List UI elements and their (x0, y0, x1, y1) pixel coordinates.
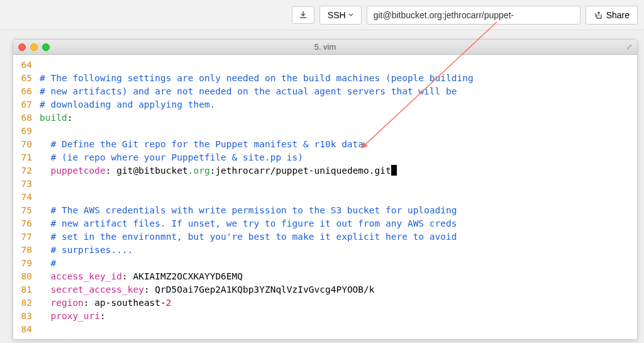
close-button[interactable] (18, 43, 26, 51)
window-titlebar[interactable]: 5. vim ⤢ (13, 40, 637, 55)
line-number: 66 (13, 85, 40, 98)
code-line: 79 # (13, 257, 637, 270)
line-number: 78 (13, 244, 40, 257)
minimize-button[interactable] (30, 43, 38, 51)
download-icon (299, 11, 308, 20)
line-number: 72 (13, 164, 40, 177)
code-text: # (40, 257, 637, 270)
code-text: # new artifact files. If unset, we try t… (40, 217, 637, 230)
code-line: 85 (13, 336, 637, 340)
code-text: # Define the Git repo for the Puppet man… (40, 138, 637, 151)
code-line: 82 region: ap-southeast-2 (13, 296, 637, 310)
code-line: 72 puppetcode: git@bitbucket.org:jethroc… (13, 164, 637, 177)
code-line: 74 (13, 191, 637, 204)
code-line: 83 proxy_uri: (13, 310, 637, 323)
code-text: # set in the environmnt, but you're best… (40, 230, 637, 244)
code-line: 71 # (ie repo where your Puppetfile & si… (13, 151, 637, 164)
line-number: 81 (13, 283, 40, 296)
code-line: 75 # The AWS credentials with write perm… (13, 204, 637, 217)
code-text: build: (40, 111, 637, 125)
code-line: 65# The following settings are only need… (13, 72, 637, 85)
code-line: 84 (13, 323, 637, 336)
code-text (40, 177, 637, 191)
code-text: access_key_id: AKIAIMZ2OCXKAYYD6EMQ (40, 270, 637, 283)
maximize-button[interactable] (42, 43, 50, 51)
line-number: 80 (13, 270, 40, 283)
code-line: 77 # set in the environmnt, but you're b… (13, 230, 637, 244)
code-line: 81 secret_access_key: QrD5Oai7Gep2A1KQbp… (13, 283, 637, 296)
code-text: # surprises.... (40, 244, 637, 257)
code-line: 80 access_key_id: AKIAIMZ2OCXKAYYD6EMQ (13, 270, 637, 283)
code-line: 70 # Define the Git repo for the Puppet … (13, 138, 637, 151)
code-text (40, 323, 637, 336)
line-number: 67 (13, 98, 40, 111)
code-text: secret_access_key: QrD5Oai7Gep2A1KQbp3YZ… (40, 283, 637, 296)
line-number: 65 (13, 72, 40, 85)
window-title: 5. vim (18, 42, 632, 52)
protocol-dropdown[interactable]: SSH (319, 6, 362, 25)
line-number: 69 (13, 125, 40, 138)
line-number: 73 (13, 177, 40, 191)
download-button[interactable] (292, 6, 314, 24)
terminal-window: 5. vim ⤢ 6465# The following settings ar… (13, 39, 638, 340)
expand-icon[interactable]: ⤢ (626, 43, 632, 51)
chevron-down-icon (348, 13, 353, 18)
code-line: 69 (13, 125, 637, 138)
line-number: 82 (13, 296, 40, 310)
line-number: 71 (13, 151, 40, 164)
line-number: 84 (13, 323, 40, 336)
cursor (391, 165, 397, 176)
traffic-lights (18, 43, 50, 51)
code-line: 66# new artifacts) and are not needed on… (13, 85, 637, 98)
code-text: proxy_uri: (40, 310, 637, 323)
protocol-label: SSH (328, 10, 346, 20)
line-number: 75 (13, 204, 40, 217)
code-text: region: ap-southeast-2 (40, 296, 637, 310)
top-toolbar: SSH Share (0, 0, 644, 30)
code-line: 73 (13, 177, 637, 191)
code-line: 76 # new artifact files. If unset, we tr… (13, 217, 637, 230)
code-line: 64 (13, 59, 637, 72)
code-text: # new artifacts) and are not needed on t… (40, 85, 637, 98)
line-number: 74 (13, 191, 40, 204)
code-line: 78 # surprises.... (13, 244, 637, 257)
code-text: puppetcode: git@bitbucket.org:jethrocarr… (40, 164, 637, 177)
code-text: # The AWS credentials with write permiss… (40, 204, 637, 217)
code-line: 67# downloading and applying them. (13, 98, 637, 111)
code-text (40, 336, 637, 340)
line-number: 85 (13, 336, 40, 340)
code-line: 68build: (13, 111, 637, 125)
clone-url-field[interactable] (367, 6, 580, 25)
share-icon (594, 11, 602, 20)
code-text (40, 125, 637, 138)
code-text: # downloading and applying them. (40, 98, 637, 111)
code-text: # (ie repo where your Puppetfile & site.… (40, 151, 637, 164)
code-text (40, 191, 637, 204)
code-text: # The following settings are only needed… (40, 72, 637, 85)
share-label: Share (606, 10, 630, 20)
line-number: 70 (13, 138, 40, 151)
line-number: 83 (13, 310, 40, 323)
line-number: 64 (13, 59, 40, 72)
line-number: 68 (13, 111, 40, 125)
line-number: 79 (13, 257, 40, 270)
line-number: 77 (13, 230, 40, 244)
code-text (40, 59, 637, 72)
editor-content[interactable]: 6465# The following settings are only ne… (13, 55, 637, 340)
share-button[interactable]: Share (586, 6, 638, 25)
line-number: 76 (13, 217, 40, 230)
